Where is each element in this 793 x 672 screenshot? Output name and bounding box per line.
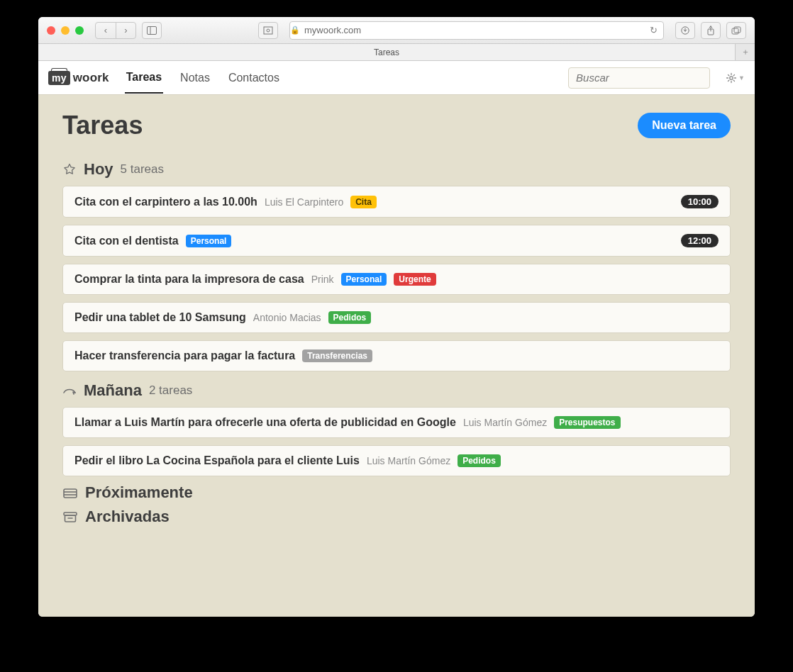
section-title: Hoy — [84, 160, 113, 179]
forward-button[interactable]: › — [116, 23, 135, 38]
task-title: Pedir el libro La Cocina Española para e… — [74, 454, 360, 467]
task-row[interactable]: Cita con el dentistaPersonal12:00 — [62, 225, 731, 257]
task-tag: Personal — [186, 235, 232, 247]
task-subtitle: Luis Martín Gómez — [367, 455, 450, 466]
task-list-today: Cita con el carpintero a las 10.00hLuis … — [62, 186, 731, 371]
new-task-button[interactable]: Nueva tarea — [638, 113, 731, 138]
browser-tab[interactable]: Tareas — [38, 44, 735, 60]
task-subtitle: Antonio Macias — [253, 312, 321, 323]
task-tag: Urgente — [394, 273, 436, 286]
task-title: Hacer transferencia para pagar la factur… — [74, 349, 295, 362]
section-count: 5 tareas — [121, 162, 164, 177]
section-upcoming[interactable]: Próximamente — [62, 483, 731, 502]
task-time: 12:00 — [681, 234, 719, 247]
lock-icon: 🔒 — [290, 26, 300, 35]
logo-text: woork — [73, 71, 109, 85]
browser-window: ‹ › 🔒 mywoork.com ↻ Tareas ＋ — [38, 17, 755, 617]
app-viewport: my woork Tareas Notas Contactos ▼ Tareas… — [38, 61, 755, 617]
task-subtitle: Luis Martín Gómez — [463, 417, 547, 428]
reader-button[interactable] — [258, 22, 278, 39]
task-tag: Pedidos — [328, 311, 372, 324]
task-row[interactable]: Cita con el carpintero a las 10.00hLuis … — [62, 186, 731, 218]
tab-title: Tareas — [374, 47, 399, 57]
task-title: Llamar a Luis Martín para ofrecerle una … — [74, 416, 456, 429]
traffic-lights — [47, 26, 84, 35]
task-row[interactable]: Comprar la tinta para la impresora de ca… — [62, 264, 731, 295]
task-title: Comprar la tinta para la impresora de ca… — [74, 273, 304, 286]
chevron-down-icon: ▼ — [738, 74, 745, 82]
section-title: Mañana — [84, 381, 142, 400]
task-row[interactable]: Pedir el libro La Cocina Española para e… — [62, 445, 731, 476]
star-icon — [62, 162, 77, 177]
task-row[interactable]: Pedir una tablet de 10 SamsungAntonio Ma… — [62, 302, 731, 333]
arrow-arc-icon — [62, 383, 77, 398]
svg-rect-0 — [148, 26, 157, 34]
reload-icon[interactable]: ↻ — [650, 25, 658, 35]
task-subtitle: Luis El Carpintero — [265, 196, 343, 208]
settings-menu[interactable]: ▼ — [726, 72, 745, 84]
tabs-button[interactable] — [726, 22, 746, 39]
gear-icon — [726, 72, 737, 84]
task-title: Cita con el dentista — [74, 235, 179, 247]
address-bar[interactable]: 🔒 mywoork.com ↻ — [289, 21, 664, 40]
window-close-icon[interactable] — [47, 26, 55, 35]
svg-point-8 — [730, 76, 733, 79]
section-label: Próximamente — [85, 483, 193, 502]
task-tag: Personal — [341, 273, 387, 286]
app-nav: my woork Tareas Notas Contactos ▼ — [38, 61, 755, 95]
page-title: Tareas — [62, 111, 143, 140]
url-host: mywoork.com — [304, 25, 361, 35]
share-button[interactable] — [701, 22, 721, 39]
svg-rect-6 — [732, 28, 738, 34]
nav-arrows: ‹ › — [95, 22, 136, 39]
section-head-tomorrow: Mañana 2 tareas — [62, 381, 731, 400]
nav-contactos[interactable]: Contactos — [227, 63, 281, 93]
sidebar-button[interactable] — [142, 22, 162, 39]
inbox-icon — [62, 486, 78, 499]
task-time: 10:00 — [681, 195, 719, 208]
section-count: 2 tareas — [149, 383, 192, 398]
back-button[interactable]: ‹ — [96, 23, 116, 38]
page-head: Tareas Nueva tarea — [62, 111, 731, 140]
svg-rect-2 — [264, 27, 272, 34]
task-subtitle: Prink — [311, 274, 334, 285]
downloads-button[interactable] — [675, 22, 695, 39]
task-title: Pedir una tablet de 10 Samsung — [74, 311, 246, 324]
logo-badge: my — [48, 71, 70, 85]
task-title: Cita con el carpintero a las 10.00h — [74, 196, 257, 208]
task-tag: Pedidos — [458, 454, 501, 467]
svg-rect-9 — [64, 489, 77, 498]
task-tag: Transferencias — [302, 349, 372, 362]
window-minimize-icon[interactable] — [61, 26, 70, 35]
task-row[interactable]: Hacer transferencia para pagar la factur… — [62, 340, 731, 371]
browser-toolbar: ‹ › 🔒 mywoork.com ↻ — [38, 17, 755, 44]
svg-point-3 — [267, 29, 270, 32]
tab-strip: Tareas ＋ — [38, 44, 755, 61]
task-row[interactable]: Llamar a Luis Martín para ofrecerle una … — [62, 407, 731, 438]
nav-notas[interactable]: Notas — [179, 63, 211, 93]
task-list-tomorrow: Llamar a Luis Martín para ofrecerle una … — [62, 407, 731, 476]
new-tab-button[interactable]: ＋ — [735, 44, 755, 60]
task-tag: Cita — [350, 196, 377, 208]
svg-rect-7 — [734, 27, 741, 33]
section-head-today: Hoy 5 tareas — [62, 160, 731, 179]
nav-tareas[interactable]: Tareas — [125, 62, 163, 94]
content: Tareas Nueva tarea Hoy 5 tareas Cita con… — [38, 95, 755, 542]
section-archived[interactable]: Archivadas — [62, 508, 731, 526]
task-tag: Presupuestos — [554, 416, 620, 429]
search-input[interactable] — [568, 67, 710, 89]
window-zoom-icon[interactable] — [75, 26, 84, 35]
archive-icon — [62, 510, 78, 523]
app-logo[interactable]: my woork — [48, 71, 109, 85]
section-label: Archivadas — [85, 508, 170, 526]
